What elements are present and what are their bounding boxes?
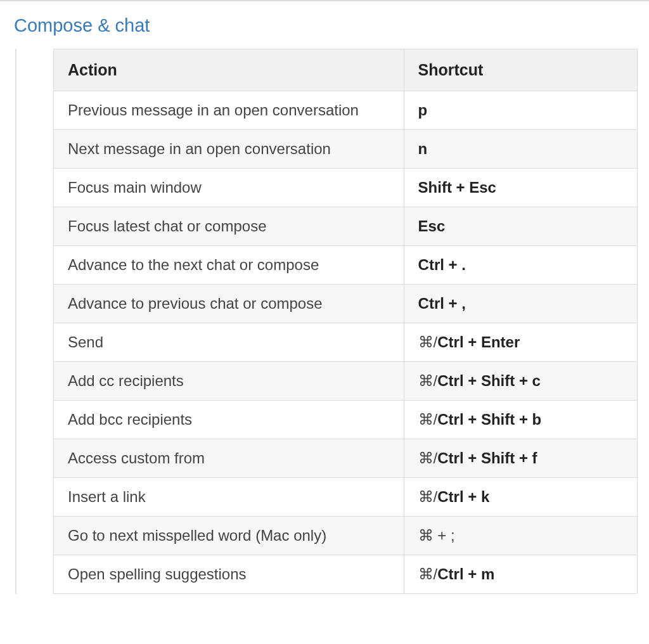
cell-shortcut: ⌘/Ctrl + k [404, 478, 637, 517]
table-row: Access custom from⌘/Ctrl + Shift + f [54, 439, 638, 478]
cell-action: Previous message in an open conversation [54, 91, 404, 130]
cell-action: Insert a link [54, 478, 404, 517]
table-row: Focus main windowShift + Esc [54, 169, 638, 207]
table-row: Advance to previous chat or composeCtrl … [54, 285, 638, 323]
cell-shortcut: ⌘/Ctrl + Shift + c [404, 362, 637, 401]
section-title: Compose & chat [0, 1, 649, 49]
cell-shortcut: Esc [404, 207, 637, 246]
cell-action: Focus main window [54, 169, 404, 207]
table-row: Focus latest chat or composeEsc [54, 207, 638, 246]
cell-shortcut: ⌘/Ctrl + Enter [404, 323, 637, 362]
cell-shortcut: p [404, 91, 637, 130]
table-body: Previous message in an open conversation… [54, 91, 638, 594]
cell-action: Access custom from [54, 439, 404, 478]
cell-action: Add bcc recipients [54, 401, 404, 439]
table-wrapper: Action Shortcut Previous message in an o… [15, 49, 649, 594]
cell-shortcut: n [404, 130, 637, 169]
cell-shortcut: Ctrl + . [404, 246, 637, 285]
table-row: Go to next misspelled word (Mac only)⌘ +… [54, 517, 638, 555]
cell-shortcut: ⌘ + ; [404, 517, 637, 555]
table-row: Previous message in an open conversation… [54, 91, 638, 130]
table-row: Insert a link⌘/Ctrl + k [54, 478, 638, 517]
table-row: Advance to the next chat or composeCtrl … [54, 246, 638, 285]
cell-action: Add cc recipients [54, 362, 404, 401]
cell-shortcut: ⌘/Ctrl + Shift + f [404, 439, 637, 478]
table-row: Add cc recipients⌘/Ctrl + Shift + c [54, 362, 638, 401]
cell-action: Focus latest chat or compose [54, 207, 404, 246]
cell-shortcut: Shift + Esc [404, 169, 637, 207]
table-row: Send⌘/Ctrl + Enter [54, 323, 638, 362]
cell-shortcut: ⌘/Ctrl + m [404, 555, 637, 594]
header-shortcut: Shortcut [404, 49, 637, 91]
table-row: Next message in an open conversationn [54, 130, 638, 169]
cell-action: Advance to previous chat or compose [54, 285, 404, 323]
cell-action: Advance to the next chat or compose [54, 246, 404, 285]
header-action: Action [54, 49, 404, 91]
table-row: Open spelling suggestions⌘/Ctrl + m [54, 555, 638, 594]
cell-action: Go to next misspelled word (Mac only) [54, 517, 404, 555]
cell-shortcut: ⌘/Ctrl + Shift + b [404, 401, 637, 439]
shortcuts-table: Action Shortcut Previous message in an o… [53, 49, 638, 594]
cell-action: Next message in an open conversation [54, 130, 404, 169]
cell-action: Open spelling suggestions [54, 555, 404, 594]
table-row: Add bcc recipients⌘/Ctrl + Shift + b [54, 401, 638, 439]
table-header-row: Action Shortcut [54, 49, 638, 91]
page-container: Compose & chat Action Shortcut Previous … [0, 0, 649, 644]
cell-shortcut: Ctrl + , [404, 285, 637, 323]
cell-action: Send [54, 323, 404, 362]
